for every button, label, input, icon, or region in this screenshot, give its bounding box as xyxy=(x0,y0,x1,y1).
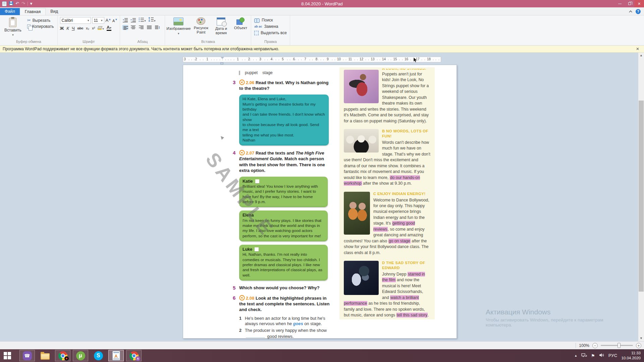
align-right-button[interactable] xyxy=(139,25,144,30)
person-text: I'm not keen on funny plays. I like stor… xyxy=(243,218,324,239)
ruler-number: 1 xyxy=(236,57,239,61)
taskbar-utorrent[interactable]: µ xyxy=(73,350,88,361)
replace-icon: ab ac xyxy=(254,25,262,28)
ruler[interactable]: 321123456789101112131415161718 xyxy=(183,57,441,62)
tab-view[interactable]: Вид xyxy=(46,8,63,15)
collapse-ribbon-button[interactable] xyxy=(630,10,632,13)
list-button[interactable]: ▾ xyxy=(139,17,146,23)
select-all-button[interactable]: Выделить все xyxy=(254,30,287,36)
first-line-indent-marker[interactable] xyxy=(221,57,224,59)
strikethrough-button[interactable]: abc xyxy=(77,26,84,30)
taskbar-wordpad-active[interactable]: A xyxy=(108,350,124,361)
guide-section-c: C ENJOY INDIAN ENERGY!Welcome to Dance B… xyxy=(344,191,430,256)
underline-button[interactable]: Ч xyxy=(72,26,75,31)
person-name-row: Katie xyxy=(243,179,324,184)
grow-font-button[interactable]: A▲ xyxy=(106,18,111,23)
person-name: Elena xyxy=(243,213,254,218)
replace-button[interactable]: ab ac Замена xyxy=(254,23,279,29)
insert-paint-drawing-button[interactable]: Рисунок Paint xyxy=(192,17,210,35)
decrease-indent-button[interactable] xyxy=(122,18,128,22)
taskbar-viber[interactable]: ☎ xyxy=(19,350,35,361)
exercise-4-heading: 4 2.07 Read the texts and The High Five … xyxy=(233,150,331,173)
increase-indent-button[interactable] xyxy=(130,18,136,22)
ruler-number: 2 xyxy=(195,57,198,61)
tray-expand-chevron[interactable]: ▲ xyxy=(574,354,577,357)
viber-icon: ☎ xyxy=(23,351,32,360)
audio-track-number: 2.08 xyxy=(246,296,254,301)
zoom-slider[interactable] xyxy=(601,345,633,346)
start-button[interactable] xyxy=(0,349,15,362)
network-icon[interactable] xyxy=(581,353,587,359)
group-editing: Поиск ab ac Замена Выделить все Правка xyxy=(251,15,290,45)
taskbar-chrome-profile[interactable]: A xyxy=(126,350,142,361)
tab-file[interactable]: Файл xyxy=(0,8,20,15)
help-button[interactable]: ? xyxy=(636,9,641,14)
zoom-slider-thumb[interactable] xyxy=(618,343,621,348)
paragraph-dialog-button[interactable] xyxy=(155,25,160,30)
zoom-in-button[interactable]: + xyxy=(636,343,641,348)
person-bubble: ElenaI'm not keen on funny plays. I like… xyxy=(239,210,328,241)
warning-text: Программа WordPad поддерживает не все фу… xyxy=(3,47,279,51)
clipped-title-wrap: A LOOK, NO STRINGS! xyxy=(382,69,430,71)
align-left-button[interactable] xyxy=(122,25,128,30)
insert-picture-button[interactable]: Изображение ▾ xyxy=(167,17,190,36)
taskbar-chrome[interactable] xyxy=(55,350,70,361)
calendar-clock-icon xyxy=(217,17,225,25)
ribbon: Вставить ▾ ✂ Вырезать Копировать Буфер о… xyxy=(0,15,644,46)
zoom-out-button[interactable]: − xyxy=(592,343,598,348)
exercise-number: 6 xyxy=(233,295,239,312)
font-color-button[interactable]: A▾ xyxy=(107,25,111,31)
align-center-button[interactable] xyxy=(130,25,136,30)
tray-clock[interactable]: 11:33 10.04.2020 xyxy=(621,351,642,361)
insert-datetime-button[interactable]: Дата и время xyxy=(212,17,230,36)
vertical-scrollbar[interactable]: ▲ ▼ xyxy=(638,53,644,341)
left-indent-marker[interactable] xyxy=(220,62,223,64)
text-segment: after the show at 9.30 p.m. xyxy=(362,181,412,186)
skype-icon: S xyxy=(94,351,103,360)
paste-button[interactable]: Вставить ▾ xyxy=(2,17,23,37)
highlight-color-button[interactable]: ▾ xyxy=(98,26,104,31)
justify-button[interactable] xyxy=(147,25,152,30)
font-size-combo[interactable]: 11 ▾ xyxy=(92,17,104,24)
action-center-flag-icon[interactable]: ⚑ xyxy=(591,353,595,358)
line-spacing-button[interactable]: ▾ xyxy=(148,17,156,23)
statusbar-separator xyxy=(576,343,576,348)
warning-close-button[interactable]: ✕ xyxy=(636,47,641,51)
guide-section-a: A LOOK, NO STRINGS!Puppets aren't just f… xyxy=(344,69,430,124)
language-indicator[interactable]: РУС xyxy=(608,353,618,358)
exercise-number: 5 xyxy=(233,285,239,291)
taskbar-skype[interactable]: S xyxy=(91,350,106,361)
cut-button[interactable]: ✂ Вырезать xyxy=(26,17,55,23)
ruler-number: 10 xyxy=(336,57,341,61)
answer-checkbox xyxy=(255,179,259,183)
copy-button[interactable]: Копировать xyxy=(26,23,55,29)
select-all-icon xyxy=(254,31,259,35)
group-clipboard: Вставить ▾ ✂ Вырезать Копировать Буфер о… xyxy=(0,15,58,45)
scrollbar-thumb[interactable] xyxy=(639,101,644,292)
paste-icon xyxy=(9,18,16,27)
document-page[interactable]: puppet stage 3 2.06 Read the text. Why i… xyxy=(183,65,457,339)
object-icon xyxy=(236,17,245,25)
person-bubble: KatieBrilliant idea! You know I love any… xyxy=(239,177,328,207)
find-button[interactable]: Поиск xyxy=(254,17,273,23)
exercise-5-heading: 5 Which show would you choose? Why? xyxy=(233,285,331,291)
font-name-combo[interactable]: Calibri ▾ xyxy=(60,17,91,24)
subscript-button[interactable]: x₂ xyxy=(86,26,89,30)
insert-object-button[interactable]: Объект xyxy=(232,17,249,31)
superscript-button[interactable]: x² xyxy=(92,26,95,30)
bold-button[interactable]: Ж xyxy=(60,26,64,31)
audio-icon xyxy=(239,295,245,301)
ruler-number: 4 xyxy=(270,57,273,61)
tab-home[interactable]: Главная xyxy=(20,8,46,15)
scroll-down-button[interactable]: ▼ xyxy=(638,336,644,341)
scroll-up-button[interactable]: ▲ xyxy=(638,53,644,58)
ruler-number: 16 xyxy=(404,57,409,61)
text-segment: Johnny Depp xyxy=(382,272,408,277)
italic-button[interactable]: К xyxy=(66,26,69,31)
taskbar-file-explorer[interactable] xyxy=(37,350,53,361)
shrink-font-button[interactable]: A▼ xyxy=(112,18,117,23)
vocab-marker-icon xyxy=(239,71,240,75)
volume-icon[interactable] xyxy=(599,353,604,359)
ruler-number: 18 xyxy=(426,57,431,61)
ruler-number: 7 xyxy=(304,57,307,61)
